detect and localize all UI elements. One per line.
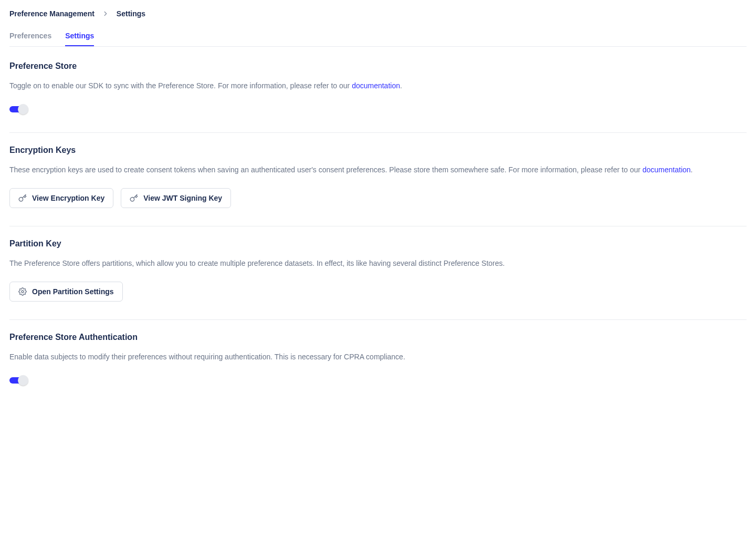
button-row: Open Partition Settings bbox=[9, 282, 747, 302]
preference-store-toggle[interactable] bbox=[9, 104, 28, 115]
view-encryption-key-button[interactable]: View Encryption Key bbox=[9, 188, 113, 208]
toggle-thumb bbox=[18, 104, 28, 115]
section-description: The Preference Store offers partitions, … bbox=[9, 258, 747, 269]
documentation-link[interactable]: documentation bbox=[643, 165, 691, 174]
desc-text: Toggle on to enable our SDK to sync with… bbox=[9, 81, 352, 90]
breadcrumb-root[interactable]: Preference Management bbox=[9, 9, 94, 18]
section-title: Preference Store bbox=[9, 61, 747, 71]
auth-toggle[interactable] bbox=[9, 375, 28, 386]
documentation-link[interactable]: documentation bbox=[352, 81, 400, 90]
key-icon bbox=[18, 194, 27, 202]
section-description: Enable data subjects to modify their pre… bbox=[9, 351, 747, 363]
section-title: Partition Key bbox=[9, 239, 747, 249]
section-title: Encryption Keys bbox=[9, 146, 747, 155]
breadcrumb-current: Settings bbox=[117, 9, 145, 18]
button-row: View Encryption Key View JWT Signing Key bbox=[9, 188, 747, 208]
section-encryption-keys: Encryption Keys These encryption keys ar… bbox=[9, 146, 747, 226]
svg-point-0 bbox=[22, 291, 24, 293]
section-title: Preference Store Authentication bbox=[9, 333, 747, 342]
view-jwt-signing-key-button[interactable]: View JWT Signing Key bbox=[121, 188, 231, 208]
desc-text-after: . bbox=[691, 165, 693, 174]
button-label: View Encryption Key bbox=[32, 194, 104, 202]
open-partition-settings-button[interactable]: Open Partition Settings bbox=[9, 282, 123, 302]
button-label: Open Partition Settings bbox=[32, 287, 114, 296]
tab-settings[interactable]: Settings bbox=[65, 27, 94, 46]
tab-preferences[interactable]: Preferences bbox=[9, 27, 51, 46]
desc-text: These encryption keys are used to create… bbox=[9, 165, 643, 174]
gear-icon bbox=[18, 287, 27, 296]
button-label: View JWT Signing Key bbox=[143, 194, 222, 202]
desc-text-after: . bbox=[400, 81, 402, 90]
key-icon bbox=[130, 194, 138, 202]
section-partition-key: Partition Key The Preference Store offer… bbox=[9, 239, 747, 320]
section-description: Toggle on to enable our SDK to sync with… bbox=[9, 80, 747, 91]
toggle-thumb bbox=[18, 375, 28, 386]
section-preference-store-auth: Preference Store Authentication Enable d… bbox=[9, 333, 747, 404]
section-description: These encryption keys are used to create… bbox=[9, 164, 747, 175]
tabs: Preferences Settings bbox=[9, 27, 747, 47]
chevron-right-icon bbox=[102, 10, 109, 17]
section-preference-store: Preference Store Toggle on to enable our… bbox=[9, 61, 747, 133]
breadcrumb: Preference Management Settings bbox=[9, 9, 747, 18]
